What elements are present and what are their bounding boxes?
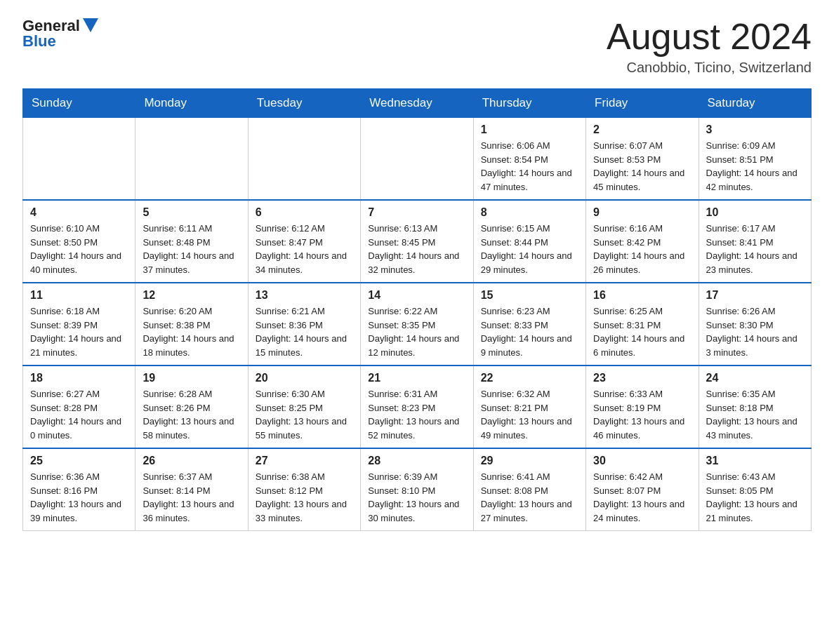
- calendar-week-row: 25Sunrise: 6:36 AMSunset: 8:16 PMDayligh…: [23, 448, 812, 531]
- calendar-cell: 12Sunrise: 6:20 AMSunset: 8:38 PMDayligh…: [135, 283, 248, 365]
- day-number: 25: [30, 455, 128, 467]
- calendar-cell: 26Sunrise: 6:37 AMSunset: 8:14 PMDayligh…: [135, 448, 248, 531]
- day-info: Sunrise: 6:25 AMSunset: 8:31 PMDaylight:…: [593, 304, 691, 359]
- day-info: Sunrise: 6:43 AMSunset: 8:05 PMDaylight:…: [706, 470, 804, 525]
- day-number: 31: [706, 455, 804, 467]
- calendar-header-monday: Monday: [135, 89, 248, 118]
- day-info: Sunrise: 6:13 AMSunset: 8:45 PMDaylight:…: [368, 222, 465, 276]
- calendar-cell: 17Sunrise: 6:26 AMSunset: 8:30 PMDayligh…: [699, 283, 811, 365]
- day-number: 3: [706, 123, 804, 136]
- day-number: 9: [593, 206, 691, 219]
- day-number: 22: [481, 372, 578, 384]
- day-info: Sunrise: 6:12 AMSunset: 8:47 PMDaylight:…: [256, 222, 353, 276]
- day-info: Sunrise: 6:41 AMSunset: 8:08 PMDaylight:…: [481, 470, 578, 525]
- day-number: 30: [593, 455, 691, 467]
- day-info: Sunrise: 6:18 AMSunset: 8:39 PMDaylight:…: [30, 304, 128, 359]
- month-title: August 2024: [607, 17, 812, 57]
- calendar-cell: 1Sunrise: 6:06 AMSunset: 8:54 PMDaylight…: [473, 118, 585, 201]
- day-number: 27: [256, 455, 353, 467]
- day-info: Sunrise: 6:09 AMSunset: 8:51 PMDaylight:…: [706, 139, 804, 194]
- calendar-cell: 25Sunrise: 6:36 AMSunset: 8:16 PMDayligh…: [23, 448, 135, 531]
- calendar-week-row: 18Sunrise: 6:27 AMSunset: 8:28 PMDayligh…: [23, 365, 812, 448]
- calendar-header-wednesday: Wednesday: [361, 89, 473, 118]
- day-info: Sunrise: 6:11 AMSunset: 8:48 PMDaylight:…: [143, 222, 240, 276]
- calendar-cell: 27Sunrise: 6:38 AMSunset: 8:12 PMDayligh…: [248, 448, 360, 531]
- calendar-header-friday: Friday: [586, 89, 699, 118]
- day-number: 11: [30, 289, 128, 302]
- day-info: Sunrise: 6:38 AMSunset: 8:12 PMDaylight:…: [256, 470, 353, 525]
- calendar-cell: [248, 118, 360, 201]
- calendar-header-saturday: Saturday: [699, 89, 811, 118]
- day-number: 28: [368, 455, 465, 467]
- page-header: General Blue August 2024 Canobbio, Ticin…: [22, 17, 812, 76]
- day-info: Sunrise: 6:31 AMSunset: 8:23 PMDaylight:…: [368, 387, 465, 442]
- day-number: 24: [706, 372, 804, 384]
- header-right: August 2024 Canobbio, Ticino, Switzerlan…: [607, 17, 812, 76]
- day-info: Sunrise: 6:33 AMSunset: 8:19 PMDaylight:…: [593, 387, 691, 442]
- logo: General Blue: [22, 17, 98, 51]
- calendar-cell: 10Sunrise: 6:17 AMSunset: 8:41 PMDayligh…: [699, 200, 811, 283]
- day-number: 8: [481, 206, 578, 219]
- day-number: 7: [368, 206, 465, 219]
- day-number: 16: [593, 289, 691, 302]
- day-number: 21: [368, 372, 465, 384]
- day-info: Sunrise: 6:15 AMSunset: 8:44 PMDaylight:…: [481, 222, 578, 276]
- day-number: 1: [481, 123, 578, 136]
- day-number: 19: [143, 372, 240, 384]
- calendar-cell: 4Sunrise: 6:10 AMSunset: 8:50 PMDaylight…: [23, 200, 135, 283]
- day-info: Sunrise: 6:20 AMSunset: 8:38 PMDaylight:…: [143, 304, 240, 359]
- day-number: 23: [593, 372, 691, 384]
- day-number: 10: [706, 206, 804, 219]
- location-title: Canobbio, Ticino, Switzerland: [607, 60, 812, 76]
- day-number: 17: [706, 289, 804, 302]
- calendar-cell: 13Sunrise: 6:21 AMSunset: 8:36 PMDayligh…: [248, 283, 360, 365]
- calendar-cell: 29Sunrise: 6:41 AMSunset: 8:08 PMDayligh…: [473, 448, 585, 531]
- day-number: 18: [30, 372, 128, 384]
- day-info: Sunrise: 6:26 AMSunset: 8:30 PMDaylight:…: [706, 304, 804, 359]
- day-number: 20: [256, 372, 353, 384]
- calendar-header-sunday: Sunday: [23, 89, 135, 118]
- calendar-cell: 8Sunrise: 6:15 AMSunset: 8:44 PMDaylight…: [473, 200, 585, 283]
- calendar-cell: 11Sunrise: 6:18 AMSunset: 8:39 PMDayligh…: [23, 283, 135, 365]
- day-info: Sunrise: 6:17 AMSunset: 8:41 PMDaylight:…: [706, 222, 804, 276]
- day-info: Sunrise: 6:30 AMSunset: 8:25 PMDaylight:…: [256, 387, 353, 442]
- day-number: 6: [256, 206, 353, 219]
- calendar-cell: 19Sunrise: 6:28 AMSunset: 8:26 PMDayligh…: [135, 365, 248, 448]
- calendar-cell: 28Sunrise: 6:39 AMSunset: 8:10 PMDayligh…: [361, 448, 473, 531]
- calendar-cell: 21Sunrise: 6:31 AMSunset: 8:23 PMDayligh…: [361, 365, 473, 448]
- calendar-cell: [361, 118, 473, 201]
- calendar-cell: 6Sunrise: 6:12 AMSunset: 8:47 PMDaylight…: [248, 200, 360, 283]
- calendar-week-row: 11Sunrise: 6:18 AMSunset: 8:39 PMDayligh…: [23, 283, 812, 365]
- calendar-week-row: 4Sunrise: 6:10 AMSunset: 8:50 PMDaylight…: [23, 200, 812, 283]
- day-number: 15: [481, 289, 578, 302]
- calendar-cell: [23, 118, 135, 201]
- day-number: 2: [593, 123, 691, 136]
- calendar-cell: 3Sunrise: 6:09 AMSunset: 8:51 PMDaylight…: [699, 118, 811, 201]
- day-info: Sunrise: 6:37 AMSunset: 8:14 PMDaylight:…: [143, 470, 240, 525]
- calendar-cell: 7Sunrise: 6:13 AMSunset: 8:45 PMDaylight…: [361, 200, 473, 283]
- day-info: Sunrise: 6:10 AMSunset: 8:50 PMDaylight:…: [30, 222, 128, 276]
- day-info: Sunrise: 6:35 AMSunset: 8:18 PMDaylight:…: [706, 387, 804, 442]
- day-info: Sunrise: 6:39 AMSunset: 8:10 PMDaylight:…: [368, 470, 465, 525]
- calendar-cell: 22Sunrise: 6:32 AMSunset: 8:21 PMDayligh…: [473, 365, 585, 448]
- calendar-header-row: SundayMondayTuesdayWednesdayThursdayFrid…: [23, 89, 812, 118]
- day-number: 4: [30, 206, 128, 219]
- day-info: Sunrise: 6:22 AMSunset: 8:35 PMDaylight:…: [368, 304, 465, 359]
- day-number: 13: [256, 289, 353, 302]
- day-info: Sunrise: 6:32 AMSunset: 8:21 PMDaylight:…: [481, 387, 578, 442]
- calendar-cell: 24Sunrise: 6:35 AMSunset: 8:18 PMDayligh…: [699, 365, 811, 448]
- day-info: Sunrise: 6:16 AMSunset: 8:42 PMDaylight:…: [593, 222, 691, 276]
- calendar-cell: 31Sunrise: 6:43 AMSunset: 8:05 PMDayligh…: [699, 448, 811, 531]
- day-info: Sunrise: 6:21 AMSunset: 8:36 PMDaylight:…: [256, 304, 353, 359]
- calendar-header-tuesday: Tuesday: [248, 89, 360, 118]
- day-info: Sunrise: 6:06 AMSunset: 8:54 PMDaylight:…: [481, 139, 578, 194]
- day-number: 12: [143, 289, 240, 302]
- svg-marker-0: [83, 18, 98, 32]
- calendar-cell: 16Sunrise: 6:25 AMSunset: 8:31 PMDayligh…: [586, 283, 699, 365]
- calendar-week-row: 1Sunrise: 6:06 AMSunset: 8:54 PMDaylight…: [23, 118, 812, 201]
- calendar-cell: 20Sunrise: 6:30 AMSunset: 8:25 PMDayligh…: [248, 365, 360, 448]
- calendar-cell: 9Sunrise: 6:16 AMSunset: 8:42 PMDaylight…: [586, 200, 699, 283]
- calendar-cell: 18Sunrise: 6:27 AMSunset: 8:28 PMDayligh…: [23, 365, 135, 448]
- calendar-cell: 5Sunrise: 6:11 AMSunset: 8:48 PMDaylight…: [135, 200, 248, 283]
- calendar-cell: 30Sunrise: 6:42 AMSunset: 8:07 PMDayligh…: [586, 448, 699, 531]
